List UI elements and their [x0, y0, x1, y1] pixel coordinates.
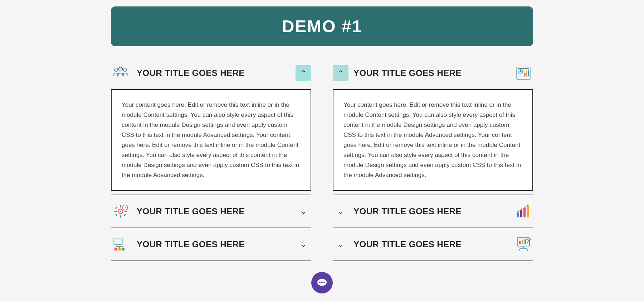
accordion-item-right-3: ⌄ YOUR TITLE GOES HERE: [333, 228, 533, 261]
accordion-title-left-1: YOUR TITLE GOES HERE: [137, 68, 296, 78]
svg-point-7: [120, 211, 122, 212]
main-content: YOUR TITLE GOES HERE ⌃ Your content goes…: [111, 57, 533, 261]
svg-rect-43: [523, 208, 526, 217]
accordion-header-right-2[interactable]: ⌄ YOUR TITLE GOES HERE: [333, 195, 533, 228]
svg-rect-14: [115, 214, 118, 216]
accordion-header-right-1[interactable]: ⌃ YOUR TITLE GOES HERE: [333, 57, 533, 89]
svg-rect-9: [120, 215, 121, 218]
accordion-item-left-1: YOUR TITLE GOES HERE ⌃ Your content goes…: [111, 57, 311, 195]
accordion-body-left-1: Your content goes here. Edit or remove t…: [111, 89, 311, 191]
svg-rect-41: [517, 213, 519, 218]
right-column: ⌃ YOUR TITLE GOES HERE: [333, 57, 533, 261]
svg-rect-8: [120, 205, 121, 207]
people-icon: [111, 63, 130, 83]
chat-bubble[interactable]: [311, 272, 333, 293]
chevron-up-icon-left-1: ⌃: [296, 65, 311, 81]
svg-point-5: [124, 68, 126, 71]
page-title: DEMO #1: [125, 16, 519, 36]
svg-rect-15: [123, 214, 126, 216]
chevron-down-icon-right-2: ⌄: [333, 204, 348, 219]
svg-rect-11: [125, 211, 127, 212]
svg-rect-10: [114, 211, 117, 212]
svg-point-3: [115, 68, 117, 71]
accordion-title-left-2: YOUR TITLE GOES HERE: [137, 206, 296, 216]
svg-point-35: [520, 70, 522, 72]
svg-rect-27: [122, 248, 125, 251]
svg-rect-44: [527, 206, 529, 217]
accordion-item-left-2: YOUR TITLE GOES HERE ⌄: [111, 195, 311, 228]
svg-point-47: [524, 207, 525, 208]
svg-point-62: [319, 282, 321, 283]
accordion-content-left-1: Your content goes here. Edit or remove t…: [122, 100, 301, 180]
svg-line-58: [527, 248, 528, 251]
accordion-content-right-1: Your content goes here. Edit or remove t…: [343, 100, 522, 180]
chat-icon: [317, 277, 327, 288]
svg-point-64: [323, 282, 325, 283]
svg-rect-36: [524, 73, 526, 76]
svg-line-57: [519, 248, 520, 251]
accordion-title-right-3: YOUR TITLE GOES HERE: [353, 239, 507, 249]
presentation-icon: [514, 235, 533, 254]
svg-point-63: [321, 282, 323, 283]
chevron-up-icon-right-1: ⌃: [333, 65, 348, 81]
svg-rect-42: [520, 210, 522, 217]
accordion-item-left-3: YOUR TITLE GOES HERE ⌄: [111, 228, 311, 261]
svg-rect-38: [528, 70, 530, 76]
svg-point-46: [521, 209, 522, 211]
gear-process-icon: [111, 202, 130, 221]
data-network-icon: [111, 235, 130, 254]
accordion-header-left-2[interactable]: YOUR TITLE GOES HERE ⌄: [111, 195, 311, 228]
svg-rect-12: [115, 207, 118, 209]
chevron-down-icon-left-2: ⌄: [296, 204, 311, 219]
accordion-header-right-3[interactable]: ⌄ YOUR TITLE GOES HERE: [333, 228, 533, 261]
svg-rect-54: [525, 239, 526, 244]
accordion-body-right-1: Your content goes here. Edit or remove t…: [333, 89, 533, 191]
svg-point-45: [517, 211, 518, 213]
svg-rect-52: [519, 241, 521, 244]
header-banner: DEMO #1: [111, 6, 533, 46]
chevron-down-icon-right-3: ⌄: [333, 236, 348, 252]
chevron-down-icon-left-3: ⌄: [296, 236, 311, 252]
svg-point-48: [527, 205, 529, 206]
accordion-item-right-1: ⌃ YOUR TITLE GOES HERE: [333, 57, 533, 195]
accordion-item-right-2: ⌄ YOUR TITLE GOES HERE: [333, 195, 533, 228]
left-column: YOUR TITLE GOES HERE ⌃ Your content goes…: [111, 57, 311, 261]
svg-point-4: [119, 67, 122, 71]
accordion-header-left-3[interactable]: YOUR TITLE GOES HERE ⌄: [111, 228, 311, 261]
svg-rect-25: [114, 248, 117, 251]
svg-point-59: [528, 238, 531, 241]
accordion-columns: YOUR TITLE GOES HERE ⌃ Your content goes…: [111, 57, 533, 261]
svg-rect-53: [522, 240, 523, 245]
page-wrapper: DEMO #1: [0, 0, 644, 293]
bar-chart-icon: [514, 202, 533, 221]
accordion-header-left-1[interactable]: YOUR TITLE GOES HERE ⌃: [111, 57, 311, 89]
report-chart-icon: [514, 63, 533, 83]
accordion-title-left-3: YOUR TITLE GOES HERE: [137, 239, 296, 249]
accordion-title-right-1: YOUR TITLE GOES HERE: [353, 68, 507, 78]
accordion-title-right-2: YOUR TITLE GOES HERE: [353, 206, 507, 216]
svg-rect-37: [526, 71, 527, 76]
svg-rect-26: [118, 248, 121, 251]
svg-rect-20: [114, 238, 122, 244]
